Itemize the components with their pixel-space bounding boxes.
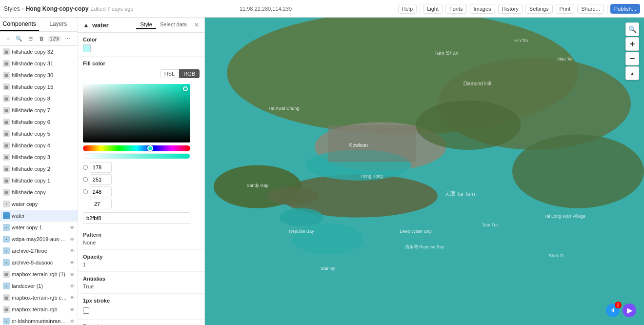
color-section: Color (78, 33, 204, 57)
svg-text:Deep Water Bay: Deep Water Bay (400, 229, 432, 234)
layer-item[interactable]: ▦hillshade copy 32 (0, 46, 78, 58)
layer-item[interactable]: ▪water (0, 210, 78, 222)
layer-item[interactable]: ▦hillshade copy 7 (0, 104, 78, 116)
opacity-value[interactable]: 1 (83, 262, 200, 267)
r-radio[interactable] (83, 165, 88, 170)
styles-link[interactable]: Styles (4, 5, 20, 12)
layer-label: archive-27kroe (12, 248, 68, 254)
layer-visibility-icon[interactable]: 👁 (70, 307, 75, 312)
g-input[interactable] (90, 174, 112, 185)
alpha-slider[interactable] (83, 153, 190, 159)
layer-visibility-icon[interactable]: 👁 (70, 272, 75, 277)
layer-item[interactable]: ▦hillshade copy 15 (0, 81, 78, 93)
publish-button[interactable]: Publish... (610, 4, 640, 14)
badge-purple[interactable]: ▶ (623, 304, 636, 317)
layer-item[interactable]: ▦hillshade copy 3 (0, 151, 78, 163)
layer-visibility-icon[interactable]: 👁 (70, 248, 75, 254)
layer-item[interactable]: ▪cr·idahomountainranges-pu...👁 (0, 315, 78, 325)
layer-item[interactable]: ▦hillshade copy 5 (0, 128, 78, 140)
layer-visibility-icon[interactable]: 👁 (70, 295, 75, 301)
add-layer-icon[interactable]: ＋ (3, 34, 13, 43)
b-input[interactable] (90, 186, 112, 197)
a-input[interactable] (90, 199, 112, 209)
svg-point-11 (512, 134, 644, 208)
antialias-value[interactable]: True (83, 284, 200, 289)
layer-item[interactable]: ▦hillshade copy 1 (0, 175, 78, 186)
fonts-button[interactable]: Fonts (445, 4, 467, 14)
settings-button[interactable]: Settings (525, 4, 553, 14)
compass-icon[interactable]: ▲ (625, 66, 639, 80)
tab-components[interactable]: Components (0, 18, 39, 31)
map-controls: 🔍 + − ▲ (625, 22, 639, 80)
layer-item[interactable]: ▦mapbox-terrain-rgb (1)👁 (0, 268, 78, 280)
rgb-tab[interactable]: RGB (179, 69, 200, 78)
filter-icon[interactable]: ⊟ (25, 34, 35, 43)
layer-visibility-icon[interactable]: 👁 (70, 260, 75, 265)
images-button[interactable]: Images (470, 4, 495, 14)
layer-item[interactable]: ▪water copy 1👁 (0, 222, 78, 233)
hsl-tab[interactable]: HSL (160, 69, 179, 78)
color-gradient-picker[interactable] (83, 84, 190, 142)
tab-style[interactable]: Style (136, 20, 156, 29)
hue-slider[interactable] (83, 145, 190, 151)
gradient-dot (183, 86, 188, 91)
color-swatch[interactable] (83, 44, 91, 52)
layer-visibility-icon[interactable]: 👁 (70, 319, 75, 324)
translate-section: Translate 0, 0 (78, 320, 204, 325)
print-button[interactable]: Print (556, 4, 575, 14)
layer-visibility-icon[interactable]: 👁 (70, 225, 75, 230)
layer-item[interactable]: ▦mapbox-terrain-rgb copy👁 (0, 292, 78, 304)
layer-item[interactable]: ▦hillshade copy 2 (0, 163, 78, 175)
search-layer-icon[interactable]: 🔍 (14, 34, 24, 43)
layer-type-icon: ▦ (3, 294, 10, 301)
layer-label: hillshade copy 3 (12, 154, 75, 160)
layer-type-icon: ▦ (3, 130, 10, 137)
layer-item[interactable]: ▦hillshade copy 4 (0, 140, 78, 151)
history-button[interactable]: History (498, 4, 523, 14)
layer-label: hillshade copy 32 (12, 49, 75, 55)
layer-item[interactable]: ▦hillshade copy (0, 186, 78, 198)
project-name[interactable]: Hong Kong-copy-copy (26, 5, 89, 12)
layer-type-icon: ▪ (3, 259, 10, 266)
share-button[interactable]: Share... (577, 4, 604, 14)
layer-label: water (12, 213, 75, 219)
g-row (83, 174, 112, 185)
layer-item[interactable]: ▦hillshade copy 8 (0, 93, 78, 104)
pattern-value[interactable]: None (83, 240, 200, 245)
sep1 (420, 4, 420, 14)
help-button[interactable]: Help (398, 4, 417, 14)
layer-label: hillshade copy 31 (12, 61, 75, 66)
layer-item[interactable]: ▪archive-9-dusooc👁 (0, 257, 78, 268)
layer-item[interactable]: ▪archive-27kroe👁 (0, 245, 78, 257)
map-area[interactable]: Tam Shan Hin Tin Mau Tei Diamond Hill Ha… (205, 18, 644, 325)
svg-text:Diamond Hill: Diamond Hill (463, 81, 491, 86)
layer-visibility-icon[interactable]: 👁 (70, 237, 75, 242)
light-button[interactable]: Light (423, 4, 443, 14)
layer-visibility-icon[interactable]: 👁 (70, 284, 75, 289)
b-radio[interactable] (83, 189, 88, 194)
delete-icon[interactable]: 🗑 (37, 34, 46, 43)
g-radio[interactable] (83, 177, 88, 182)
layer-item[interactable]: ▪wdpa-may2019-aus-sha...👁 (0, 233, 78, 245)
layer-item[interactable]: ▦hillshade copy 30 (0, 69, 78, 81)
hex-input[interactable] (83, 212, 190, 224)
stroke-checkbox[interactable] (83, 307, 89, 314)
svg-text:Repulse Bay: Repulse Bay (289, 229, 314, 234)
layer-type-icon: ▦ (3, 107, 10, 114)
tab-layers[interactable]: Layers (39, 18, 78, 31)
r-input[interactable] (90, 162, 112, 173)
close-icon[interactable]: ✕ (194, 21, 200, 29)
layer-item[interactable]: ▦mapbox-terrain-rgb👁 (0, 304, 78, 315)
layer-label: hillshade copy 1 (12, 178, 75, 183)
layer-item[interactable]: ▦hillshade copy 31 (0, 58, 78, 69)
layer-label: hillshade copy 6 (12, 119, 75, 125)
layer-item[interactable]: /water copy (0, 198, 78, 210)
more-icon[interactable]: ⋯ (62, 34, 72, 43)
search-map-icon[interactable]: 🔍 (625, 22, 639, 36)
tab-select-data[interactable]: Select data (156, 20, 191, 29)
badge-count: 2 (615, 302, 622, 308)
zoom-out-button[interactable]: − (625, 52, 639, 65)
layer-item[interactable]: ▪landcover (1)👁 (0, 280, 78, 292)
layer-item[interactable]: ▦hillshade copy 6 (0, 116, 78, 128)
zoom-in-button[interactable]: + (625, 37, 639, 51)
